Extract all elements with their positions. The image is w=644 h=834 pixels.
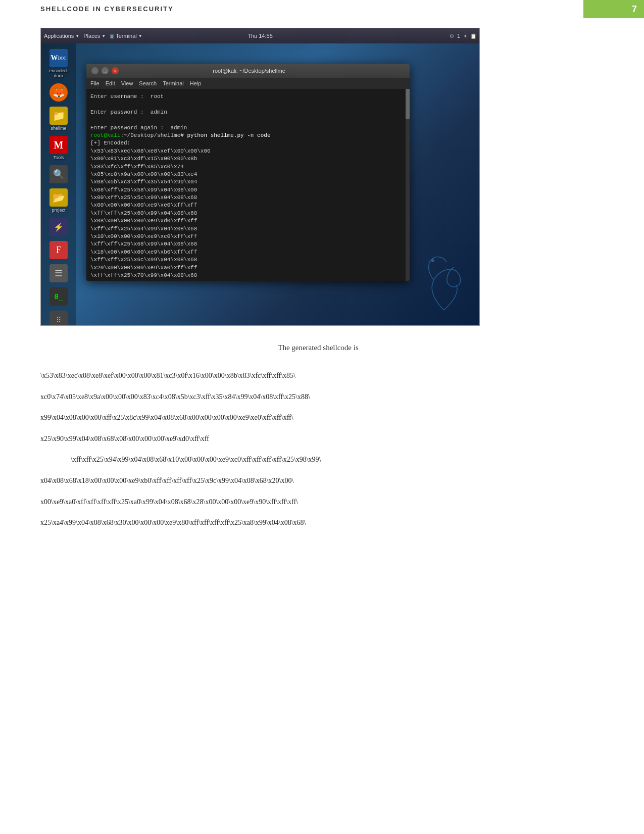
taskbar-terminal[interactable]: ▣ Terminal ▼ [110, 33, 142, 39]
terminal-menubar: File Edit View Search Terminal Help [86, 78, 410, 89]
main-content: The generated shellcode is \x53\x83\xec\… [40, 344, 596, 535]
kali-taskbar: Applications ▼ Places ▼ ▣ Terminal ▼ Thu… [41, 28, 479, 43]
minimize-button[interactable]: ─ [91, 67, 98, 74]
taskbar-applications[interactable]: Applications ▼ [44, 33, 79, 39]
menu-edit[interactable]: Edit [106, 80, 115, 86]
close-button[interactable]: × [112, 67, 119, 74]
terminal-titlebar: ─ □ × root@kali: ~/Desktop/shellme [86, 64, 410, 78]
terminal-content: Enter username : root Enter password : a… [86, 89, 410, 281]
shellcode-block-5: \xff\xff\x25\x94\x99\x04\x08\x68\x10\x00… [40, 451, 596, 468]
kali-desktop: WDOC encoded.docx 🦊 📁 shellme M Tools 🔍 [41, 43, 479, 325]
menu-search[interactable]: Search [139, 80, 157, 86]
taskbar-right: ⚙ 1 ✦ 📋 [450, 33, 476, 39]
dragon-watermark [424, 255, 464, 315]
desktop-icon-files[interactable]: ☰ [44, 263, 73, 284]
header-bar: 7 [583, 0, 644, 18]
page-title: SHELLCODE IN CYBERSECURITY [40, 5, 174, 13]
shellcode-block-1: \x53\x83\xec\x08\xe8\xef\x00\x00\x00\x81… [40, 367, 596, 384]
terminal-title: root@kali: ~/Desktop/shellme [119, 68, 379, 74]
desktop-icon-shellme[interactable]: 📁 shellme [44, 105, 73, 132]
caption-text: The generated shellcode is [40, 344, 596, 352]
shellcode-block-8: x25\xa4\x99\x04\x08\x68\x30\x00\x00\x00\… [40, 514, 596, 531]
desktop-icon-word[interactable]: WDOC encoded.docx [44, 47, 73, 80]
menu-view[interactable]: View [121, 80, 133, 86]
scrollbar-thumb[interactable] [406, 89, 410, 119]
desktop-icon-terminal2[interactable]: 0_ [44, 286, 73, 307]
shellcode-block-6: x04\x08\x68\x18\x00\x00\x00\xe9\xb0\xff\… [40, 472, 596, 489]
terminal-window: ─ □ × root@kali: ~/Desktop/shellme File … [86, 64, 410, 281]
desktop-icon-project[interactable]: 📂 project [44, 187, 73, 214]
desktop-icon-metasploit[interactable]: M Tools [44, 134, 73, 162]
terminal-scrollbar[interactable] [406, 89, 410, 281]
shellcode-block-2: xc0\x74\x05\xe8\x9a\x00\x00\x00\x83\xc4\… [40, 388, 596, 406]
desktop-icon-firefox[interactable]: 🦊 [44, 82, 73, 103]
menu-terminal[interactable]: Terminal [163, 80, 184, 86]
desktop-icon-red[interactable]: F [44, 239, 73, 261]
desktop-icon-menu[interactable]: ⠿ [44, 309, 73, 326]
shellcode-block-4: x25\x90\x99\x04\x08\x68\x08\x00\x00\x00\… [40, 430, 596, 448]
page-number: 7 [632, 4, 637, 15]
desktop-sidebar: WDOC encoded.docx 🦊 📁 shellme M Tools 🔍 [41, 43, 76, 325]
shellcode-block-3: x99\x04\x08\x00\x00\xff\x25\x8c\x99\x04\… [40, 409, 596, 426]
taskbar-places[interactable]: Places ▼ [83, 33, 106, 39]
taskbar-clock: Thu 14:55 [247, 33, 273, 39]
shellcode-block-7: x00\xe9\xa0\xff\xff\xff\xff\x25\xa0\x99\… [40, 494, 596, 511]
screenshot: Applications ▼ Places ▼ ▣ Terminal ▼ Thu… [40, 28, 480, 326]
menu-file[interactable]: File [90, 80, 100, 86]
svg-point-0 [431, 259, 434, 262]
menu-help[interactable]: Help [190, 80, 202, 86]
desktop-icon-magnifier[interactable]: 🔍 [44, 164, 73, 185]
desktop-icon-network[interactable]: ⚡ [44, 216, 73, 237]
maximize-button[interactable]: □ [102, 67, 109, 74]
